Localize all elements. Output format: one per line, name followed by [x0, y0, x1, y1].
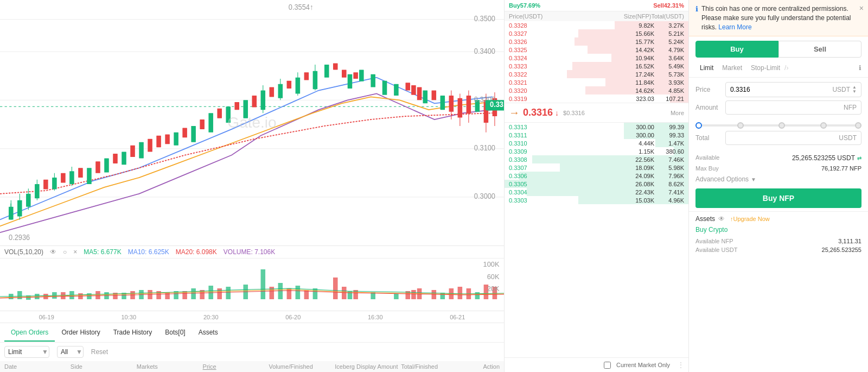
type-filter[interactable]: LimitMarketStop-Limit	[4, 346, 49, 358]
svg-rect-13	[87, 168, 92, 184]
th-markets: Markets	[137, 363, 203, 370]
sell-order-2[interactable]: 0.3326 15.77K 5.24K	[505, 37, 688, 46]
sell-tab[interactable]: Sell	[778, 41, 861, 58]
svg-rect-103	[261, 269, 266, 299]
buy-crypto-row: Buy Crypto	[689, 226, 868, 235]
buy-order-3[interactable]: 0.3309 1.15K 380.60	[505, 147, 688, 155]
slider-tick-50[interactable]	[778, 122, 785, 129]
assets-eye-icon[interactable]: 👁	[718, 215, 725, 223]
tab-bots[interactable]: Bots[0]	[158, 324, 192, 342]
avail-usdt-value: 25,265.523255	[822, 247, 861, 253]
price-input[interactable]: USDT ▲ ▼	[725, 82, 861, 97]
svg-rect-49	[270, 87, 275, 97]
buy-order-7[interactable]: 0.3305 26.08K 8.62K	[505, 180, 688, 188]
price-input-field[interactable]	[730, 86, 832, 93]
order-type-limit[interactable]: Limit	[695, 62, 718, 74]
svg-text:0.3554↑: 0.3554↑	[289, 3, 314, 11]
warning-close-button[interactable]: ×	[859, 3, 864, 14]
ob-scrollbar[interactable]: ⋮	[678, 361, 684, 369]
svg-rect-134	[449, 288, 454, 299]
amount-input-field[interactable]	[730, 104, 844, 111]
svg-rect-37	[78, 168, 83, 178]
total-input[interactable]: USDT	[725, 131, 861, 145]
learn-more-link[interactable]: Learn More	[718, 23, 751, 31]
warning-text: This coin has one or more centralized pe…	[701, 4, 861, 31]
reset-button[interactable]: Reset	[87, 346, 112, 357]
svg-rect-55	[405, 83, 410, 90]
tab-trade-history[interactable]: Trade History	[107, 324, 159, 342]
sell-order-0[interactable]: 0.3328 9.82K 3.27K	[505, 21, 688, 29]
sell-order-4[interactable]: 0.3324 10.94K 3.64K	[505, 54, 688, 62]
svg-rect-20	[226, 106, 231, 123]
slider-handle[interactable]	[695, 122, 702, 129]
buy-order-6[interactable]: 0.3306 24.09K 7.96K	[505, 172, 688, 180]
svg-rect-48	[252, 96, 257, 107]
buy-order-1[interactable]: 0.3311 300.00 99.33	[505, 131, 688, 139]
buy-order-0[interactable]: 0.3313 300.00 99.39	[505, 123, 688, 131]
sell-order-7[interactable]: 0.3321 11.84K 3.93K	[505, 78, 688, 86]
buy-tab[interactable]: Buy	[695, 41, 778, 58]
x-label-4: 06-20	[252, 314, 335, 320]
buy-order-2[interactable]: 0.3310 4.44K 1.47K	[505, 139, 688, 147]
advanced-options[interactable]: Advanced Options ▼	[689, 173, 868, 185]
svg-rect-47	[234, 102, 239, 110]
slider-tick-100[interactable]	[855, 122, 861, 129]
buy-crypto-link[interactable]: Buy Crypto	[695, 226, 727, 234]
th-volume: Volume/Finished	[269, 363, 335, 370]
svg-rect-46	[217, 109, 222, 118]
vol-eye-icon[interactable]: 👁	[50, 248, 56, 256]
tab-assets[interactable]: Assets	[192, 324, 225, 342]
buy-nfp-button[interactable]: Buy NFP	[695, 188, 861, 208]
svg-rect-19	[208, 113, 213, 133]
tab-order-history[interactable]: Order History	[55, 324, 106, 342]
sell-order-6[interactable]: 0.3322 17.24K 5.73K	[505, 70, 688, 78]
vol-ma10: MA10: 6.625K	[128, 248, 169, 256]
current-market-checkbox[interactable]	[604, 362, 611, 369]
sell-order-8[interactable]: 0.3320 14.62K 4.85K	[505, 86, 688, 94]
order-type-tabs: Limit Market Stop-Limit / › ℹ	[689, 62, 868, 78]
more-link[interactable]: More	[671, 110, 684, 116]
total-row: Total USDT	[695, 131, 861, 145]
price-arrows[interactable]: ▲ ▼	[852, 85, 857, 94]
vol-circle-icon[interactable]: ○	[63, 248, 67, 256]
sell-order-9[interactable]: 0.3319 323.03 107.21	[505, 94, 688, 103]
upgrade-now-link[interactable]: ↑Upgrade Now	[730, 216, 770, 222]
svg-rect-44	[182, 128, 187, 138]
svg-rect-16	[139, 142, 144, 159]
order-type-stop-limit[interactable]: Stop-Limit	[746, 62, 784, 74]
svg-rect-18	[191, 126, 196, 142]
svg-text:0.3100: 0.3100	[474, 144, 495, 153]
amount-row: Amount NFP	[695, 100, 861, 115]
amount-input[interactable]: NFP	[725, 100, 861, 115]
svg-rect-50	[287, 81, 292, 89]
available-label: Available	[695, 154, 719, 162]
buy-order-9[interactable]: 0.3303 15.03K 4.96K	[505, 196, 688, 204]
buy-order-8[interactable]: 0.3304 22.43K 7.41K	[505, 188, 688, 196]
svg-rect-36	[61, 173, 66, 183]
buy-order-5[interactable]: 0.3307 18.09K 5.98K	[505, 163, 688, 172]
buy-order-4[interactable]: 0.3308 22.56K 7.46K	[505, 155, 688, 163]
total-input-field[interactable]	[730, 134, 839, 142]
order-type-market[interactable]: Market	[718, 62, 746, 74]
x-label-1: 06-19	[5, 314, 88, 320]
avail-nfp-value: 3,111.31	[838, 238, 861, 244]
svg-rect-56	[411, 85, 416, 95]
side-filter[interactable]: AllBuySell	[57, 346, 84, 358]
sell-order-5[interactable]: 0.3323 16.52K 5.49K	[505, 62, 688, 70]
slider-tick-25[interactable]	[737, 122, 744, 129]
svg-rect-53	[342, 70, 347, 77]
avail-nfp-row: Available NFP 3,111.31	[689, 237, 868, 245]
svg-rect-27	[348, 74, 353, 89]
sell-order-3[interactable]: 0.3325 14.42K 4.79K	[505, 46, 688, 54]
vol-x-icon[interactable]: ×	[73, 248, 77, 256]
current-market-row: Current Market Only ⋮	[505, 357, 688, 372]
amount-slider[interactable]	[689, 122, 868, 131]
tab-open-orders[interactable]: Open Orders	[4, 324, 55, 342]
order-type-info-icon[interactable]: ℹ	[859, 64, 861, 72]
slider-tick-75[interactable]	[820, 122, 827, 129]
x-label-6: 06-21	[417, 314, 499, 320]
vol-ma20: MA20: 6.098K	[176, 248, 217, 256]
sell-order-1[interactable]: 0.3327 15.66K 5.21K	[505, 29, 688, 37]
price-label: Price	[695, 86, 725, 93]
available-transfer-icon[interactable]: ⇄	[857, 155, 861, 161]
